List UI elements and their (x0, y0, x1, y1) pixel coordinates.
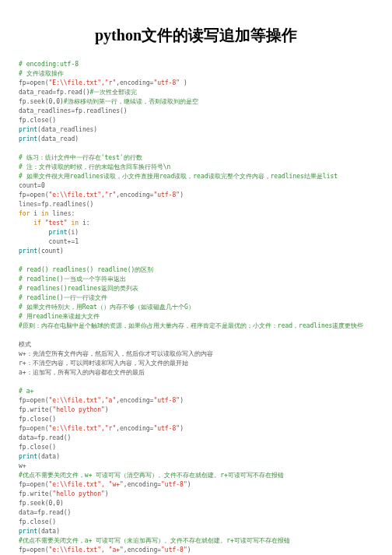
comment-line: # 如果文件特别大，用Reat（）内存不够（如读磁盘几十个G） (19, 304, 194, 311)
string-literal: "e:\\file.txt","a" (49, 397, 117, 404)
string-literal: "utf-8" (153, 397, 180, 404)
code-line: ,encoding= (124, 546, 161, 553)
code-line: fp.write( (19, 490, 52, 497)
comment-line: # 练习：统计文件中一行存在'test'的行数 (19, 154, 142, 161)
comment-line: # 文件读取操作 (19, 70, 64, 77)
code-line: count=0 (19, 182, 45, 189)
code-line: lines: (49, 210, 75, 217)
string-literal: "hello python" (52, 406, 104, 413)
builtin: print (19, 126, 37, 133)
code-line: ,encoding= (116, 425, 153, 432)
string-literal: "E:\\file.txt","r" (49, 79, 117, 86)
comment-line: # read() readlines() readline()的区别 (19, 266, 153, 273)
keyword: in (68, 220, 79, 227)
string-literal: "utf-8" (153, 425, 180, 432)
code-line: count+=1 (19, 238, 79, 245)
code-line: data=fp.read() (19, 509, 71, 516)
comment-line: #原则：内存在电脑中是个触球的资源，如果你占用大量内存，程序肯定不是最优的；小文… (19, 322, 363, 329)
code-line: i: (79, 220, 89, 227)
code-line: fp.close() (19, 117, 56, 124)
string-literal: "e:\\file.txt","r" (49, 191, 117, 198)
string-literal: "e:\\file.txt", "a+" (49, 546, 124, 553)
code-line: data_read=fp.read() (19, 89, 90, 96)
string-literal: "e:\\file.txt","r" (49, 425, 117, 432)
code-line: data=fp.read() (19, 434, 71, 441)
code-line: fp=open( (19, 191, 49, 198)
comment-line: # readline()一行一行读文件 (19, 294, 107, 301)
code-line: ,encoding= (116, 191, 153, 198)
code-line: fp.seek(0,0) (19, 98, 64, 105)
code-line: 模式 (19, 341, 31, 348)
code-line: fp.close() (19, 518, 56, 525)
keyword: if (19, 220, 45, 227)
builtin: print (19, 248, 37, 255)
builtin: print (19, 229, 68, 236)
code-line: data_readlines=fp.readlines() (19, 107, 128, 114)
builtin: print (19, 528, 37, 535)
code-line: fp.close() (19, 444, 56, 451)
code-line: ,encoding= (124, 481, 161, 488)
code-line: (count) (37, 248, 64, 255)
code-line: ) (187, 481, 191, 488)
code-line: fp.close() (19, 416, 56, 423)
comment-line: #游标移动到第一行，继续读，否则读取到的是空 (64, 98, 198, 105)
string-literal: "utf-8" (153, 79, 180, 86)
page-title: python文件的读写追加等操作 (19, 25, 373, 46)
code-line: a+：追加写，所有写入的内容都在文件的最后 (19, 369, 145, 376)
code-line: ) (180, 79, 187, 86)
string-literal: "utf-8" (161, 546, 187, 553)
code-line: fp=open( (19, 481, 49, 488)
code-line: ) (180, 191, 184, 198)
comment-line: # 用readline来读超大文件 (19, 313, 100, 320)
code-line: fp.write( (19, 406, 52, 413)
keyword: for (19, 210, 30, 217)
comment-line: #优点不需要关闭文件，w+ 可读可写（清空再写）。文件不存在就创建。r+可读可写… (19, 472, 284, 479)
string-literal: "utf-8" (153, 191, 180, 198)
code-line: ) (187, 546, 191, 553)
code-line: w+ (19, 462, 26, 469)
code-line: i (30, 210, 40, 217)
code-line: (data) (37, 453, 60, 460)
code-line: (i) (68, 229, 79, 236)
code-line: (data) (37, 528, 60, 535)
code-block-1: # encoding:utf-8 # 文件读取操作 fp=open("E:\\f… (19, 60, 373, 555)
comment-line: # a+ (19, 388, 33, 395)
code-line: (data_read) (37, 135, 79, 142)
comment-line: #一次性全部读完 (90, 89, 138, 96)
string-literal: "utf-8" (161, 481, 187, 488)
comment-line: #优点不需要关闭文件，a+ 可读可写（未追加再写）。文件不存在就创建。r+可读可… (19, 537, 290, 544)
code-line: w+：先清空所有文件内容，然后写入，然后你才可以读取你写入的内容 (19, 350, 213, 357)
code-line: lines=fp.readlines() (19, 201, 93, 208)
code-line: fp=open( (19, 397, 49, 404)
code-line: fp.seek(0,0) (19, 500, 64, 507)
code-line: ,encoding= (116, 397, 153, 404)
code-line: ) (105, 406, 109, 413)
comment-line: # readlines()readlines返回的类列表 (19, 285, 138, 292)
comment-line: # encoding:utf-8 (19, 61, 79, 68)
comment-line: # 注：文件读取的时候，行的末端包含回车换行符号\n (19, 163, 170, 170)
code-line: fp=open( (19, 425, 49, 432)
code-line: fp=open( (19, 79, 49, 86)
string-literal: "test" (45, 220, 68, 227)
code-line: ) (180, 425, 184, 432)
builtin: print (19, 135, 37, 142)
code-line: (data_readlines) (37, 126, 97, 133)
code-line: fp=open( (19, 546, 49, 553)
builtin: print (19, 453, 37, 460)
code-line: ) (105, 490, 109, 497)
string-literal: "e:\\file.txt", "w+" (49, 481, 124, 488)
code-line: r+：不清空内容，可以同时读和写入内容，写入文件的最开始 (19, 360, 188, 367)
code-line: ) (180, 397, 184, 404)
comment-line: # readline()一当成一个字符串返出 (19, 276, 126, 283)
comment-line: # 如果文件很大用readlines读取，小文件直接用read读取，read读取… (19, 173, 338, 180)
keyword: in (41, 210, 49, 217)
code-line: ,encoding= (116, 79, 153, 86)
string-literal: "hello python" (52, 490, 104, 497)
